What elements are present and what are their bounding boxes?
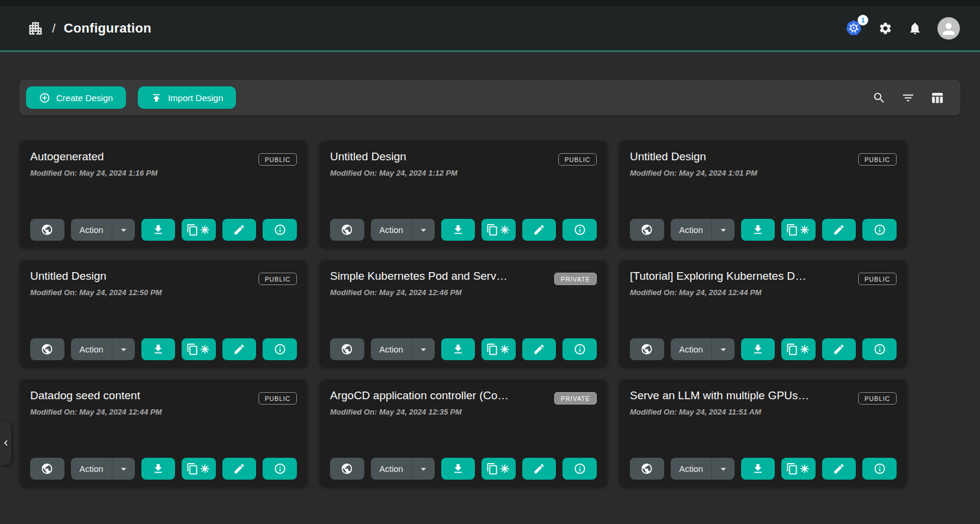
action-button-label: Action	[379, 464, 403, 474]
info-button[interactable]	[263, 458, 297, 480]
design-modified-date: Modified On: May 24, 2024 1:16 PM	[30, 169, 157, 177]
action-dropdown-toggle[interactable]	[412, 458, 435, 480]
clone-button[interactable]	[182, 219, 216, 241]
action-button-label: Action	[79, 345, 103, 354]
clone-button[interactable]	[481, 338, 516, 360]
download-button[interactable]	[441, 219, 476, 241]
action-button[interactable]: Action	[71, 219, 112, 241]
apartment-building-icon[interactable]	[27, 20, 44, 37]
chevron-down-icon	[717, 224, 730, 237]
sidebar-expand-handle[interactable]	[0, 421, 11, 465]
design-card-titles: Untitled Design Modified On: May 24, 202…	[330, 150, 457, 177]
design-card-titles: [Tutorial] Exploring Kubernetes D… Modif…	[630, 270, 806, 297]
action-dropdown-toggle[interactable]	[112, 458, 135, 480]
info-button[interactable]	[562, 338, 597, 360]
info-icon	[874, 343, 886, 355]
info-button[interactable]	[862, 338, 897, 360]
kubernetes-context-button[interactable]: 1	[845, 19, 863, 37]
globe-icon	[641, 462, 653, 475]
settings-gear-icon[interactable]	[878, 21, 892, 35]
action-dropdown-toggle[interactable]	[112, 219, 135, 241]
action-dropdown-toggle[interactable]	[711, 458, 735, 480]
design-title: Simple Kubernetes Pod and Serv…	[330, 270, 507, 283]
swirl-icon	[798, 224, 811, 236]
download-button[interactable]	[441, 338, 476, 360]
create-design-label: Create Design	[56, 93, 113, 103]
edit-button[interactable]	[522, 458, 557, 480]
action-button[interactable]: Action	[71, 458, 112, 480]
clone-button[interactable]	[781, 219, 816, 241]
action-dropdown-toggle[interactable]	[112, 338, 135, 360]
download-button[interactable]	[741, 338, 775, 360]
visibility-globe-button[interactable]	[330, 338, 364, 360]
filter-list-icon[interactable]	[901, 91, 915, 105]
design-card: ArgoCD application controller (Co… Modif…	[319, 380, 607, 487]
edit-button[interactable]	[222, 338, 257, 360]
import-design-button[interactable]: Import Design	[138, 86, 236, 109]
action-dropdown-toggle[interactable]	[711, 219, 735, 241]
action-button[interactable]: Action	[371, 338, 412, 360]
clone-button[interactable]	[182, 458, 216, 480]
download-button[interactable]	[141, 219, 176, 241]
edit-button[interactable]	[822, 338, 856, 360]
info-button[interactable]	[263, 219, 297, 241]
visibility-globe-button[interactable]	[330, 458, 364, 480]
info-button[interactable]	[862, 458, 897, 480]
info-button[interactable]	[263, 338, 297, 360]
visibility-globe-button[interactable]	[30, 219, 64, 241]
user-avatar[interactable]	[937, 17, 960, 40]
design-card-header: Untitled Design Modified On: May 24, 202…	[30, 270, 297, 297]
clone-button[interactable]	[182, 338, 216, 360]
action-button[interactable]: Action	[371, 458, 412, 480]
action-dropdown-toggle[interactable]	[412, 338, 435, 360]
edit-button[interactable]	[522, 338, 557, 360]
action-dropdown-toggle[interactable]	[412, 219, 435, 241]
clone-button[interactable]	[481, 219, 516, 241]
visibility-globe-button[interactable]	[630, 338, 664, 360]
clone-button[interactable]	[481, 458, 516, 480]
action-button[interactable]: Action	[671, 219, 712, 241]
copy-icon	[786, 224, 798, 236]
create-design-button[interactable]: Create Design	[26, 86, 126, 109]
info-button[interactable]	[562, 458, 597, 480]
clone-button[interactable]	[781, 458, 816, 480]
download-button[interactable]	[441, 458, 476, 480]
table-view-icon[interactable]	[930, 91, 944, 105]
search-icon[interactable]	[872, 91, 886, 105]
download-button[interactable]	[141, 458, 176, 480]
chevron-down-icon	[417, 224, 430, 237]
design-title: Serve an LLM with multiple GPUs…	[630, 389, 809, 402]
download-button[interactable]	[741, 458, 775, 480]
action-dropdown-toggle[interactable]	[711, 338, 735, 360]
design-modified-date: Modified On: May 24, 2024 12:35 PM	[330, 407, 509, 416]
copy-icon	[786, 462, 798, 475]
visibility-globe-button[interactable]	[30, 458, 64, 480]
visibility-globe-button[interactable]	[330, 219, 364, 241]
visibility-globe-button[interactable]	[630, 219, 664, 241]
action-button[interactable]: Action	[71, 338, 112, 360]
notifications-bell-icon[interactable]	[908, 21, 922, 35]
visibility-globe-button[interactable]	[30, 338, 64, 360]
action-button-label: Action	[379, 345, 403, 354]
download-button[interactable]	[141, 338, 176, 360]
design-card-actions: Action	[330, 219, 597, 241]
info-button[interactable]	[562, 219, 597, 241]
edit-button[interactable]	[822, 458, 856, 480]
action-button[interactable]: Action	[671, 338, 712, 360]
design-card-header: Autogenerated Modified On: May 24, 2024 …	[30, 150, 297, 177]
action-split-button: Action	[371, 338, 435, 360]
visibility-globe-button[interactable]	[630, 458, 664, 480]
edit-button[interactable]	[822, 219, 856, 241]
action-split-button: Action	[371, 219, 435, 241]
action-button[interactable]: Action	[371, 219, 412, 241]
edit-button[interactable]	[522, 219, 557, 241]
design-card-header: Simple Kubernetes Pod and Serv… Modified…	[330, 270, 597, 297]
info-button[interactable]	[862, 219, 897, 241]
edit-button[interactable]	[222, 458, 257, 480]
copy-icon	[486, 462, 499, 475]
clone-button[interactable]	[781, 338, 816, 360]
edit-button[interactable]	[222, 219, 257, 241]
download-icon	[752, 462, 764, 475]
action-button[interactable]: Action	[671, 458, 712, 480]
download-button[interactable]	[741, 219, 775, 241]
